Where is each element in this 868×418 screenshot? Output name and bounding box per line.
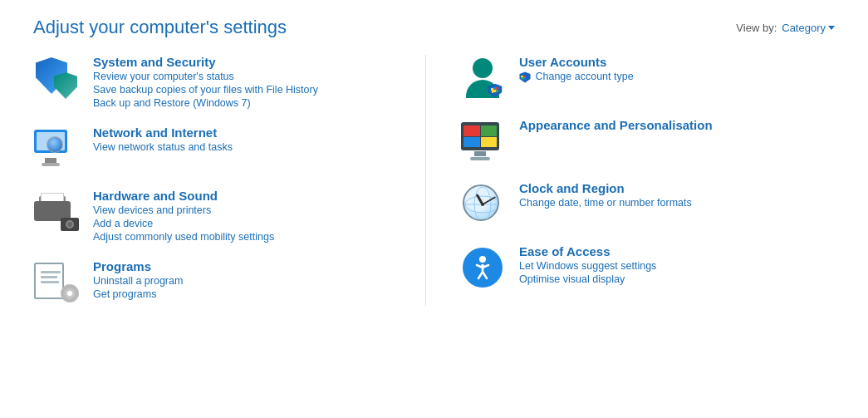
system-security-icon (33, 55, 80, 101)
ease-access-title[interactable]: Ease of Access (519, 244, 656, 258)
programs-text: Programs Uninstall a program Get program… (93, 259, 183, 300)
view-by-control: View by: Category (736, 22, 835, 34)
category-user-accounts: User Accounts Change account type (459, 55, 835, 101)
category-programs: Programs Uninstall a program Get program… (33, 259, 409, 306)
network-internet-title[interactable]: Network and Internet (93, 125, 233, 140)
network-icon-graphic (34, 130, 79, 168)
shield-badge-icon (488, 83, 503, 98)
programs-link-2[interactable]: Get programs (93, 288, 183, 300)
appearance-text: Appearance and Personalisation (519, 118, 713, 132)
programs-icon-graphic (34, 263, 79, 302)
page-header: Adjust your computer's settings View by:… (0, 0, 868, 47)
clock-region-icon (459, 181, 506, 228)
user-accounts-title[interactable]: User Accounts (519, 55, 634, 69)
network-internet-link-1[interactable]: View network status and tasks (93, 141, 233, 153)
ease-access-icon-graphic (463, 248, 503, 288)
hardware-sound-text: Hardware and Sound View devices and prin… (93, 189, 274, 243)
app-screen (463, 125, 497, 147)
svg-rect-9 (521, 77, 523, 80)
clock-region-link-1[interactable]: Change date, time or number formats (519, 197, 692, 209)
category-ease-access: Ease of Access Let Windows suggest setti… (459, 244, 835, 291)
user-accounts-link-1[interactable]: Change account type (519, 71, 634, 83)
appearance-icon (459, 118, 506, 165)
app-screen-q2 (481, 125, 498, 136)
programs-title[interactable]: Programs (93, 259, 183, 273)
user-icon-graphic (463, 58, 503, 98)
svg-line-21 (483, 272, 487, 278)
clock-region-title[interactable]: Clock and Region (519, 181, 692, 195)
svg-rect-2 (492, 90, 493, 93)
accessibility-icon-svg (470, 255, 495, 280)
network-internet-text: Network and Internet View network status… (93, 125, 233, 153)
hardware-icon-graphic (34, 193, 79, 231)
view-by-dropdown[interactable]: Category (782, 22, 835, 34)
programs-lines (41, 271, 61, 283)
main-content: System and Security Review your computer… (0, 47, 868, 322)
svg-point-15 (479, 256, 486, 263)
ease-access-icon (459, 244, 506, 291)
programs-disc-hole (67, 291, 72, 296)
system-security-text: System and Security Review your computer… (93, 55, 318, 109)
system-security-link-1[interactable]: Review your computer's status (93, 71, 318, 82)
monitor-screen (37, 132, 65, 150)
hardware-sound-icon (33, 189, 80, 235)
shield-colorful-icon (519, 71, 531, 83)
user-accounts-text: User Accounts Change account type (519, 55, 634, 83)
user-accounts-icon (459, 55, 506, 101)
hardware-sound-link-2[interactable]: Add a device (93, 218, 274, 229)
category-hardware-sound: Hardware and Sound View devices and prin… (33, 189, 409, 243)
right-column: User Accounts Change account type (443, 55, 835, 306)
category-clock-region: Clock and Region Change date, time or nu… (459, 181, 835, 228)
view-by-label: View by: (736, 22, 777, 34)
page-title: Adjust your computer's settings (33, 17, 287, 38)
hardware-sound-link-1[interactable]: View devices and printers (93, 204, 274, 216)
svg-rect-3 (496, 87, 498, 90)
app-screen-q1 (463, 125, 480, 136)
programs-page (34, 263, 64, 299)
user-head (473, 58, 493, 78)
monitor-base (42, 163, 60, 166)
system-security-title[interactable]: System and Security (93, 55, 318, 69)
category-system-security: System and Security Review your computer… (33, 55, 409, 109)
network-internet-icon (33, 125, 80, 172)
ease-access-text: Ease of Access Let Windows suggest setti… (519, 244, 656, 285)
shield-teal (54, 72, 77, 99)
app-monitor (461, 122, 499, 150)
column-divider (425, 55, 426, 306)
app-base (470, 157, 490, 160)
system-security-link-2[interactable]: Save backup copies of your files with Fi… (93, 84, 318, 96)
chevron-down-icon (828, 26, 835, 30)
system-security-icon-graphic (36, 57, 77, 99)
ease-access-link-2[interactable]: Optimise visual display (519, 273, 656, 285)
appearance-icon-graphic (461, 122, 504, 160)
category-network-internet: Network and Internet View network status… (33, 125, 409, 172)
svg-rect-4 (496, 90, 498, 92)
app-screen-q3 (463, 137, 480, 148)
appearance-title[interactable]: Appearance and Personalisation (519, 118, 713, 132)
view-by-value-text: Category (782, 22, 826, 34)
clock-center (481, 203, 484, 206)
svg-rect-6 (493, 90, 496, 92)
hardware-sound-link-3[interactable]: Adjust commonly used mobility settings (93, 231, 274, 243)
ease-access-link-1[interactable]: Let Windows suggest settings (519, 260, 656, 272)
svg-line-20 (478, 272, 483, 278)
prog-line-2 (41, 276, 57, 278)
clock-icon-graphic (463, 184, 503, 224)
clock-region-text: Clock and Region Change date, time or nu… (519, 181, 692, 209)
camera-lens (66, 220, 74, 229)
prog-line-1 (41, 271, 61, 273)
programs-link-1[interactable]: Uninstall a program (93, 275, 183, 287)
category-appearance: Appearance and Personalisation (459, 118, 835, 165)
left-column: System and Security Review your computer… (33, 55, 409, 306)
app-screen-q4 (481, 137, 498, 148)
system-security-link-3[interactable]: Back up and Restore (Windows 7) (93, 97, 318, 109)
programs-disc (61, 284, 79, 302)
prog-line-3 (41, 281, 59, 283)
svg-rect-5 (493, 87, 496, 90)
programs-icon (33, 259, 80, 306)
camera-icon (61, 218, 79, 231)
monitor-body (34, 130, 67, 153)
app-stand (474, 151, 486, 156)
globe-icon (47, 136, 63, 153)
hardware-sound-title[interactable]: Hardware and Sound (93, 189, 274, 203)
